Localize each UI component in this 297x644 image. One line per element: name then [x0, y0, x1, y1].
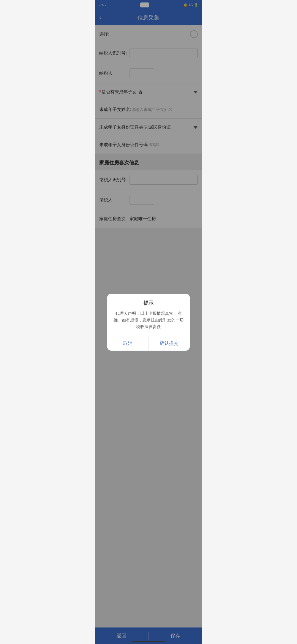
modal-title: 提示: [107, 294, 190, 310]
cancel-button[interactable]: 取消: [107, 336, 149, 351]
modal-dialog: 提示 代理人声明：以上申报情况真实、准确。如有虚假，愿承担由此引发的一切税收法律…: [107, 294, 190, 351]
modal-actions: 取消 确认提交: [107, 336, 190, 351]
modal-body: 代理人声明：以上申报情况真实、准确。如有虚假，愿承担由此引发的一切税收法律责任: [107, 310, 190, 336]
modal-overlay: 提示 代理人声明：以上申报情况真实、准确。如有虚假，愿承担由此引发的一切税收法律…: [95, 0, 202, 627]
confirm-submit-button[interactable]: 确认提交: [149, 336, 190, 351]
